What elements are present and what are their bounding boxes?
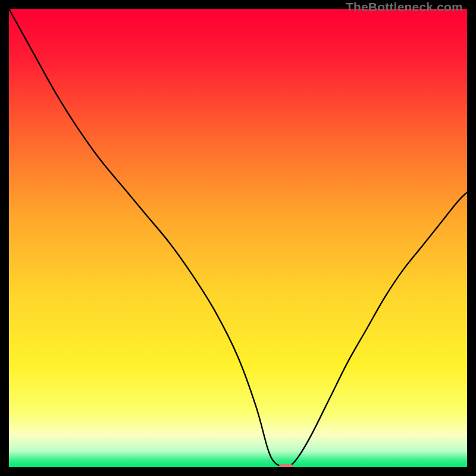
bottleneck-chart [9,9,467,467]
watermark-text: TheBottleneck.com [346,0,463,14]
gradient-background [9,9,467,467]
optimal-marker [279,464,294,467]
chart-frame [9,9,467,467]
